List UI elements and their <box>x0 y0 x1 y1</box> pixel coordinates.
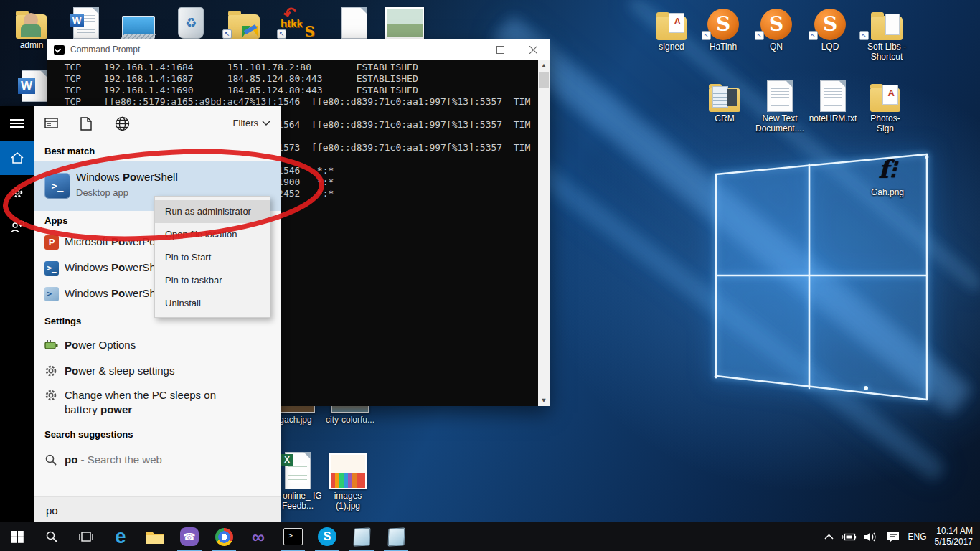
viber-icon: ☎ <box>180 527 199 546</box>
filters-dropdown[interactable]: Filters <box>233 118 270 128</box>
chevron-up-icon <box>824 534 834 540</box>
desktop-icon-blank-doc[interactable] <box>331 6 377 39</box>
hamburger-menu-button[interactable] <box>0 106 34 141</box>
web-filter-icon[interactable] <box>115 116 130 131</box>
web-search-suggestion[interactable]: po - Search the web <box>34 449 281 472</box>
home-tab[interactable] <box>0 141 34 175</box>
desktop-icon-crm[interactable]: CRM <box>702 79 748 123</box>
search-box[interactable] <box>34 496 281 523</box>
search-left-rail <box>0 106 34 522</box>
desktop-icon-htkk[interactable]: ↶ htkk S ↖ <box>275 6 321 39</box>
glyph-image-icon: f⁝ <box>864 153 910 186</box>
close-button[interactable] <box>517 39 550 60</box>
scroll-up-arrow[interactable]: ▲ <box>538 60 550 71</box>
tray-battery-button[interactable] <box>839 522 860 551</box>
s-logo-icon: S↖ <box>700 7 746 40</box>
search-icon <box>45 530 58 543</box>
menu-item-uninstall[interactable]: Uninstall <box>155 292 270 315</box>
desktop-icon-this-pc[interactable] <box>116 6 161 39</box>
icon-label: LQD <box>807 42 853 52</box>
scroll-thumb[interactable] <box>539 72 549 88</box>
htkk-app-icon: ↶ htkk S ↖ <box>275 6 321 39</box>
desktop-icon-lqd[interactable]: S↖ LQD <box>807 7 853 52</box>
user-folder-icon <box>9 6 55 39</box>
icon-label: noteHRM.txt <box>808 113 858 123</box>
icon-label: signed <box>649 42 694 52</box>
desktop-icon-qn[interactable]: S↖ QN <box>753 7 799 52</box>
taskbar-edge-button[interactable]: e <box>103 522 138 551</box>
start-button[interactable] <box>0 522 34 551</box>
apps-filter-icon[interactable] <box>44 117 59 130</box>
feedback-tab[interactable] <box>0 209 34 244</box>
taskbar-chrome-button[interactable] <box>207 522 241 551</box>
text-file-icon <box>808 79 858 112</box>
maximize-button[interactable] <box>484 39 517 60</box>
crm-folder-icon <box>702 79 748 112</box>
desktop-icon-notehrm[interactable]: noteHRM.txt <box>808 79 858 123</box>
taskbar-notepad-button-1[interactable] <box>344 522 379 551</box>
windows-desktop: admin W ♻ ↖ ↶ htkk S <box>0 0 980 551</box>
section-settings: Settings <box>44 316 81 326</box>
desktop-icon-photos-sign[interactable]: A Photos-Sign <box>862 79 908 133</box>
desktop-icon-soft-libs[interactable]: ↖ Soft Libs - Shortcut <box>858 7 915 62</box>
speaker-icon <box>864 532 877 542</box>
desktop-icon-signed[interactable]: A signed <box>649 7 694 52</box>
menu-item-pin-to-start[interactable]: Pin to Start <box>155 246 270 269</box>
visual-studio-icon: ∞ <box>252 527 265 547</box>
desktop-icon-hatinh[interactable]: S↖ HaTinh <box>700 7 746 52</box>
setting-result-power-options[interactable]: Power Options <box>34 334 281 357</box>
battery-charging-icon <box>842 532 857 542</box>
task-view-icon <box>79 531 93 542</box>
desktop-icon-recycle-bin[interactable]: ♻ <box>168 6 214 39</box>
console-scrollbar[interactable]: ▲ ▼ <box>538 60 550 406</box>
best-match-title: Windows PowerShell <box>76 171 178 183</box>
tray-action-center-button[interactable] <box>882 522 905 551</box>
section-search-suggestions: Search suggestions <box>44 429 133 440</box>
skype-icon: S <box>318 527 336 546</box>
settings-tab[interactable] <box>0 175 34 209</box>
desktop-icon-image-file[interactable] <box>382 6 428 39</box>
setting-result-power-sleep[interactable]: Power & sleep settings <box>34 360 281 383</box>
taskbar-search-button[interactable] <box>34 522 69 551</box>
section-best-match: Best match <box>44 146 95 156</box>
taskbar-viber-button[interactable]: ☎ <box>172 522 207 551</box>
desktop-icon-drive-folder[interactable]: ↖ <box>221 6 267 39</box>
icon-label: Photos-Sign <box>862 113 908 133</box>
tray-clock[interactable]: 10:14 AM 5/15/2017 <box>930 526 980 547</box>
taskbar-visual-studio-button[interactable]: ∞ <box>241 522 275 551</box>
gear-icon <box>11 186 24 199</box>
section-apps: Apps <box>44 215 68 226</box>
menu-item-pin-to-taskbar[interactable]: Pin to taskbar <box>155 269 270 292</box>
desktop-icon-images-1-jpg[interactable]: images (1).jpg <box>324 452 372 511</box>
folder-icon: ↖ <box>858 7 915 40</box>
taskbar-skype-button[interactable]: S <box>310 522 344 551</box>
menu-item-run-as-administrator[interactable]: Run as administrator <box>155 200 270 223</box>
minimize-button[interactable] <box>451 39 484 60</box>
shortcut-arrow: ↖ <box>222 29 232 39</box>
icon-label: Gah.png <box>864 187 910 197</box>
edge-icon: e <box>115 527 126 547</box>
search-input[interactable] <box>44 497 263 523</box>
tray-volume-button[interactable] <box>860 522 882 551</box>
menu-item-open-file-location[interactable]: Open file location <box>155 223 270 246</box>
image-thumbnail-icon <box>382 6 428 39</box>
image-thumbnail-icon <box>324 452 372 489</box>
documents-filter-icon[interactable] <box>80 117 92 131</box>
gear-icon <box>44 364 59 379</box>
setting-result-pc-sleep-battery[interactable]: Change when the PC sleeps on battery pow… <box>34 386 281 420</box>
task-view-button[interactable] <box>69 522 103 551</box>
icon-label: images (1).jpg <box>324 491 372 511</box>
taskbar-notepad-button-2[interactable] <box>379 522 413 551</box>
icon-label: Soft Libs - Shortcut <box>858 42 915 62</box>
desktop-icon-word-doc[interactable]: W <box>63 6 109 39</box>
scroll-down-arrow[interactable]: ▼ <box>538 395 550 406</box>
desktop-icon-new-text-document[interactable]: New Text Document.... <box>753 79 806 133</box>
taskbar-cmd-button[interactable]: >_ <box>275 522 310 551</box>
tray-language-indicator[interactable]: ENG <box>905 522 930 551</box>
cmd-titlebar[interactable]: Command Prompt <box>47 39 550 60</box>
desktop-icon-gah-png[interactable]: f⁝ Gah.png <box>864 153 910 197</box>
taskbar-file-explorer-button[interactable] <box>138 522 172 551</box>
tray-expand-button[interactable] <box>820 522 839 551</box>
window-title: Command Prompt <box>70 44 140 55</box>
taskbar: e ☎ ∞ >_ S <box>0 522 980 551</box>
